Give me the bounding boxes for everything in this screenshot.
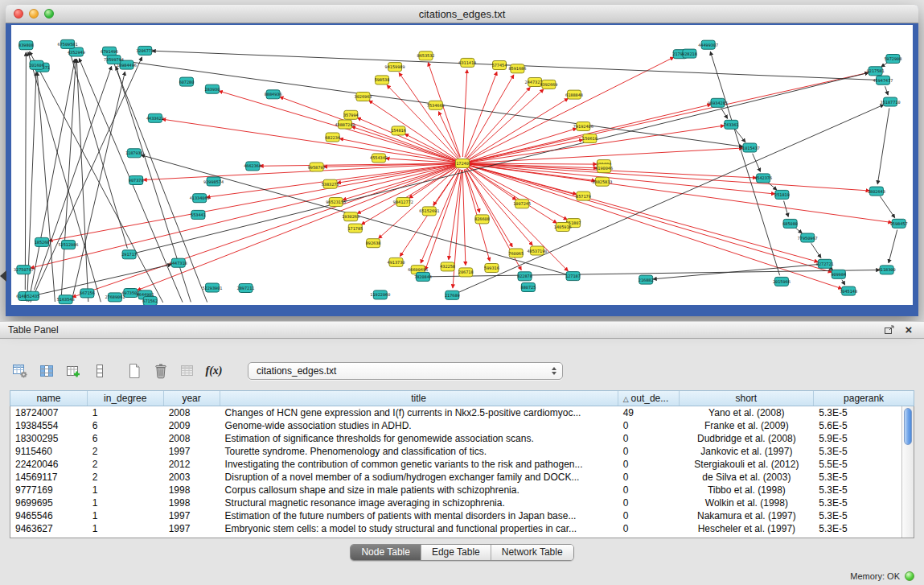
- svg-text:5972908: 5972908: [884, 56, 901, 61]
- column-header-pagerank[interactable]: pagerank: [814, 391, 914, 406]
- svg-text:83825833: 83825833: [592, 179, 612, 184]
- table-row[interactable]: 1872400712008Changes of HCN gene express…: [10, 406, 914, 419]
- column-header-out_degree[interactable]: △out_de...: [618, 391, 680, 406]
- network-window: citations_edges.txt 63114185774548591686…: [6, 5, 918, 316]
- table-toolbar: f(x) citations_edges.txt: [10, 360, 914, 382]
- cell-out_degree: 49: [618, 407, 680, 418]
- table-settings-icon[interactable]: [10, 361, 31, 381]
- column-header-year[interactable]: year: [164, 391, 220, 406]
- table-row[interactable]: 1456911722003Disruption of a novel membe…: [10, 471, 914, 484]
- table-row[interactable]: 1830029562008Estimation of significance …: [10, 432, 914, 445]
- column-header-in_degree[interactable]: in_degree: [88, 391, 164, 406]
- column-header-short[interactable]: short: [680, 391, 815, 406]
- svg-text:27689061: 27689061: [105, 295, 125, 299]
- table-row[interactable]: 977716911998Corpus callosum shape and si…: [10, 484, 914, 496]
- cell-title: Genome-wide association studies in ADHD.: [220, 420, 618, 431]
- cell-out_degree: 0: [618, 472, 680, 483]
- svg-text:4352949: 4352949: [68, 50, 85, 55]
- cell-in_degree: 1: [88, 484, 164, 496]
- svg-text:41334069: 41334069: [190, 196, 210, 200]
- new-document-icon[interactable]: [124, 361, 145, 381]
- cell-year: 2003: [164, 472, 220, 483]
- cell-short: Jankovic et al. (1997): [680, 446, 815, 457]
- svg-text:928218: 928218: [682, 51, 697, 56]
- tab-network-table[interactable]: Network Table: [491, 545, 573, 560]
- delete-table-icon[interactable]: [150, 361, 171, 381]
- close-window-button[interactable]: [14, 9, 23, 19]
- svg-text:671562: 671562: [142, 299, 158, 303]
- svg-text:6190046: 6190046: [595, 166, 613, 171]
- svg-text:667156: 667156: [80, 290, 95, 295]
- float-panel-icon[interactable]: [882, 324, 897, 336]
- svg-text:32750797: 32750797: [14, 267, 34, 272]
- cell-name: 22420046: [10, 459, 88, 470]
- close-panel-icon[interactable]: ×: [901, 324, 916, 336]
- svg-text:127187: 127187: [565, 274, 581, 278]
- svg-text:4392669: 4392669: [540, 82, 557, 87]
- tab-node-table[interactable]: Node Table: [351, 545, 421, 560]
- svg-text:826608: 826608: [474, 216, 490, 221]
- minimize-window-button[interactable]: [29, 9, 39, 19]
- svg-text:7045148: 7045148: [840, 289, 857, 294]
- column-header-title[interactable]: title: [220, 391, 618, 406]
- cell-year: 2009: [164, 420, 220, 431]
- cell-short: Dudbridge et al. (2008): [680, 433, 815, 444]
- memory-ok-icon[interactable]: [905, 571, 914, 581]
- svg-text:171785: 171785: [347, 226, 363, 231]
- cell-year: 2008: [164, 407, 220, 418]
- cell-out_degree: 0: [618, 420, 680, 431]
- cell-name: 18724007: [10, 407, 88, 418]
- svg-text:607280: 607280: [179, 80, 195, 84]
- svg-text:52293901: 52293901: [203, 286, 223, 290]
- column-header-name[interactable]: name: [10, 391, 88, 406]
- cell-short: Franke et al. (2009): [680, 420, 815, 431]
- cell-name: 18300295: [10, 433, 88, 444]
- attribute-table: namein_degreeyeartitle△out_de...shortpag…: [10, 390, 914, 538]
- show-columns-icon[interactable]: [36, 361, 57, 381]
- svg-text:8591686: 8591686: [508, 66, 526, 71]
- table-row[interactable]: 946362711997Embryonic stem cells: a mode…: [10, 522, 914, 535]
- svg-text:66690496: 66690496: [408, 267, 428, 272]
- svg-text:45947477: 45947477: [873, 78, 893, 83]
- table-header-row: namein_degreeyeartitle△out_de...shortpag…: [10, 390, 914, 406]
- table-row[interactable]: 969969511998Structural magnetic resonanc…: [10, 496, 914, 509]
- table-selector[interactable]: citations_edges.txt: [248, 362, 563, 380]
- vertical-scrollbar[interactable]: [901, 406, 914, 538]
- scrollbar-thumb[interactable]: [904, 408, 912, 445]
- dropdown-arrows-icon: [552, 367, 556, 375]
- svg-text:48537190: 48537190: [527, 249, 547, 253]
- table-row[interactable]: 911546021997Tourette syndrome. Phenomeno…: [10, 445, 914, 458]
- svg-text:283930: 283930: [205, 87, 220, 92]
- cell-in_degree: 1: [88, 497, 164, 509]
- cell-name: 19384554: [10, 420, 88, 431]
- rows-icon[interactable]: [89, 361, 110, 381]
- cell-out_degree: 0: [618, 510, 680, 521]
- new-column-icon[interactable]: [63, 361, 84, 381]
- svg-text:11922060: 11922060: [370, 292, 390, 297]
- cell-pagerank: 5.3E-5: [814, 510, 914, 521]
- cell-title: Estimation of significance thresholds fo…: [220, 433, 618, 444]
- table-row[interactable]: 946554611997Estimation of the future num…: [10, 509, 914, 522]
- svg-text:357994: 357994: [343, 113, 359, 117]
- cell-pagerank: 5.9E-5: [814, 433, 914, 444]
- panel-collapse-arrow-icon[interactable]: [0, 270, 6, 282]
- cell-year: 1998: [164, 484, 220, 496]
- table-row[interactable]: 2242004622012Investigating the contribut…: [10, 458, 914, 471]
- svg-text:96934285: 96934285: [708, 101, 728, 105]
- tab-edge-table[interactable]: Edge Table: [421, 545, 491, 560]
- svg-text:760065: 760065: [508, 251, 524, 256]
- network-canvas[interactable]: 6311418577454859168624473270439266961888…: [11, 25, 913, 305]
- cell-name: 9777169: [10, 484, 88, 496]
- function-builder-button[interactable]: f(x): [203, 361, 224, 381]
- cell-in_degree: 2: [88, 472, 164, 483]
- function-builder-label: f(x): [206, 365, 223, 377]
- window-titlebar[interactable]: citations_edges.txt: [6, 5, 918, 23]
- zoom-window-button[interactable]: [44, 9, 54, 19]
- table-row[interactable]: 1938455462009Genome-wide association stu…: [10, 419, 914, 432]
- cell-short: de Silva et al. (2003): [680, 472, 815, 483]
- cell-in_degree: 1: [88, 510, 164, 521]
- svg-text:67509581: 67509581: [58, 42, 78, 47]
- svg-text:685080: 685080: [782, 221, 798, 226]
- svg-text:216882: 216882: [639, 278, 654, 282]
- svg-text:6188848: 6188848: [565, 93, 583, 97]
